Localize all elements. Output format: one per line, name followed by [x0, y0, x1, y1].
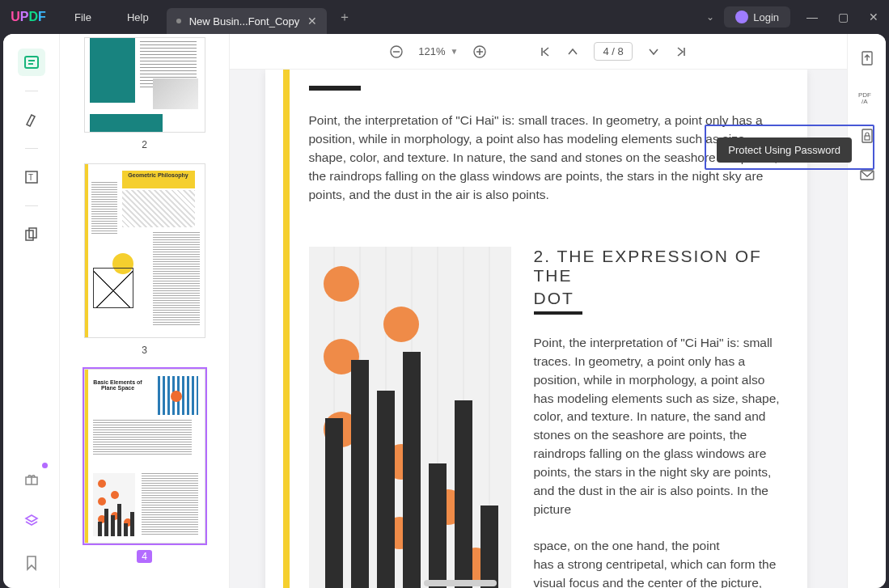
body-paragraph: space, on the one hand, the point [534, 537, 781, 556]
zoom-out-button[interactable] [389, 44, 404, 59]
last-page-button[interactable] [675, 45, 688, 58]
gift-icon [23, 471, 40, 487]
heading-rule [309, 86, 361, 91]
thumbnail-page-2[interactable]: 2 [76, 37, 213, 150]
page-indicator[interactable]: 4 / 8 [594, 42, 632, 61]
thumbnail-image: Geometric Philosophy [84, 163, 205, 338]
chevron-down-icon [647, 45, 660, 58]
thumbnails-panel[interactable]: 2 Geometric Philosophy 3 Basic Elements … [60, 34, 230, 588]
layers-icon [23, 513, 40, 529]
edit-text-icon: T [23, 169, 40, 185]
new-tab-button[interactable]: ＋ [338, 9, 351, 26]
window-minimize-button[interactable]: — [797, 11, 828, 23]
rail-edit-button[interactable]: T [18, 163, 45, 191]
protect-button[interactable] [857, 126, 877, 146]
illustration [309, 247, 511, 588]
thumbnail-image: Basic Elements of Plane Space [84, 369, 205, 544]
export-button[interactable] [857, 49, 877, 68]
export-file-icon [859, 50, 875, 66]
section-heading-line2: DOT [534, 289, 574, 308]
app-logo: UPDF [0, 10, 57, 24]
mail-icon [859, 167, 875, 183]
avatar-icon [735, 11, 748, 23]
view-toolbar: 121% ▼ 4 / 8 [230, 34, 847, 70]
thumbnail-number: 3 [142, 345, 147, 356]
zoom-value: 121% [418, 45, 445, 57]
rail-gift-button[interactable] [18, 465, 45, 493]
pdfa-button[interactable]: PDF/A [857, 87, 877, 107]
svg-rect-0 [25, 57, 38, 68]
next-page-button[interactable] [647, 45, 660, 58]
menu-file[interactable]: File [57, 11, 109, 23]
mail-button[interactable] [857, 165, 877, 184]
tab-overflow-button[interactable]: ⌄ [706, 11, 714, 23]
thumb3-heading: Geometric Philosophy [122, 171, 195, 188]
svg-text:/A: /A [861, 98, 868, 105]
reader-icon [23, 54, 40, 70]
svg-rect-18 [865, 136, 870, 140]
chevron-last-icon [675, 45, 688, 58]
minus-circle-icon [389, 44, 404, 59]
thumbnail-number: 2 [142, 139, 147, 150]
heading-rule [534, 311, 582, 315]
body-paragraph: Point, the interpretation of "Ci Hai" is… [534, 334, 781, 519]
chevron-up-icon [566, 45, 579, 58]
login-button[interactable]: Login [724, 6, 790, 27]
section-heading-line1: 2. THE EXPRESSION OF THE [534, 247, 781, 286]
menu-help[interactable]: Help [109, 11, 167, 23]
document-tab[interactable]: New Busin...Font_Copy ✕ [167, 8, 328, 34]
body-paragraph: Point, the interpretation of "Ci Hai" is… [309, 112, 781, 205]
rail-comment-button[interactable] [18, 106, 45, 133]
window-maximize-button[interactable]: ▢ [828, 11, 858, 23]
horizontal-scrollbar[interactable] [238, 580, 837, 586]
bookmark-icon [24, 555, 39, 571]
pages-icon [23, 226, 40, 243]
rail-reader-button[interactable] [18, 49, 45, 76]
login-label: Login [753, 11, 779, 23]
prev-page-button[interactable] [566, 45, 579, 58]
right-rail: PDF/A [847, 34, 886, 588]
plus-circle-icon [472, 44, 487, 59]
rail-bookmark-button[interactable] [18, 549, 45, 577]
window-close-button[interactable]: ✕ [858, 11, 889, 23]
document-area: 121% ▼ 4 / 8 [230, 34, 847, 588]
zoom-dropdown[interactable]: 121% ▼ [418, 45, 458, 57]
lock-file-icon [859, 128, 875, 144]
rail-organize-button[interactable] [18, 221, 45, 248]
page-accent-bar [283, 70, 290, 588]
chevron-first-icon [539, 45, 552, 58]
tab-indicator-icon [176, 19, 181, 23]
highlighter-icon [23, 112, 40, 128]
tooltip: Protect Using Password [717, 137, 852, 163]
rail-layers-button[interactable] [18, 507, 45, 535]
chevron-down-icon: ▼ [451, 47, 459, 56]
thumbnail-page-3[interactable]: Geometric Philosophy 3 [76, 163, 213, 356]
svg-text:T: T [28, 173, 33, 182]
tab-title: New Busin...Font_Copy [189, 15, 300, 27]
zoom-in-button[interactable] [472, 44, 487, 59]
thumbnail-page-4[interactable]: Basic Elements of Plane Space 4 [76, 369, 213, 563]
titlebar: UPDF File Help New Busin...Font_Copy ✕ ＋… [0, 0, 889, 34]
pdfa-icon: PDF/A [858, 89, 876, 105]
thumbnail-number: 4 [137, 550, 152, 563]
left-rail: T [3, 34, 60, 588]
first-page-button[interactable] [539, 45, 552, 58]
thumb4-heading: Basic Elements of Plane Space [93, 379, 143, 391]
thumbnail-image [84, 37, 205, 133]
tab-close-icon[interactable]: ✕ [307, 15, 317, 27]
